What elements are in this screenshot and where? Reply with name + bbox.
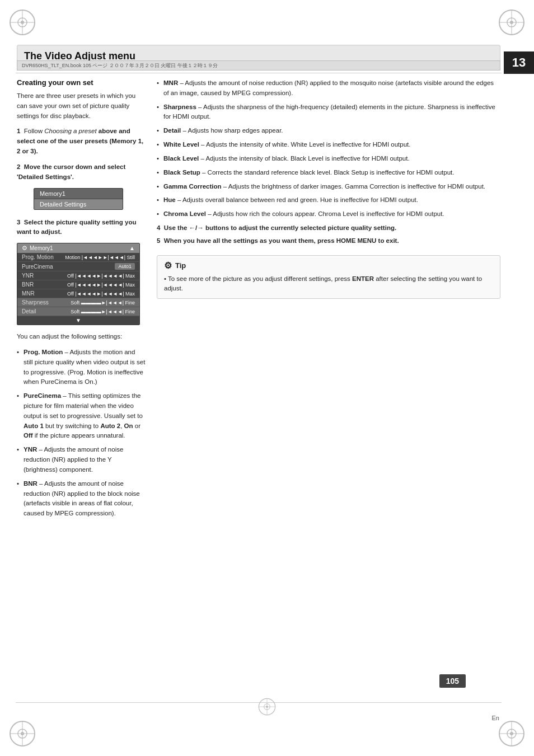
menu-row-memory1: Memory1: [34, 189, 123, 199]
bullet-black-setup: Black Setup – Corrects the standard refe…: [157, 168, 500, 178]
settings-box: ⚙ Memory1 ▲ Prog. Motion Motion |◄◄◄►►|◄…: [17, 243, 140, 325]
can-adjust-intro: You can adjust the following settings:: [17, 332, 146, 342]
bullet-gamma: Gamma Correction – Adjusts the brightnes…: [157, 182, 500, 192]
svg-point-9: [510, 21, 513, 24]
bullet-mnr: MNR – Adjusts the amount of noise reduct…: [157, 78, 500, 98]
step-3-text: Select the picture quality setting you w…: [17, 219, 136, 236]
svg-point-19: [510, 732, 513, 735]
settings-title: Memory1: [30, 245, 53, 251]
page-number-badge: 105: [439, 674, 466, 688]
file-info-text: DVR650HS_TLT_EN.book 105 ページ ２００７年３月２０日 …: [22, 62, 218, 69]
file-info-bar: DVR650HS_TLT_EN.book 105 ページ ２００７年３月２０日 …: [17, 60, 500, 71]
settings-row-bottom-indicator: ▼: [17, 316, 139, 325]
settings-row-detail: Detail Soft ▬▬▬▬►|◄◄◄| Fine: [17, 307, 139, 316]
menu-row-detailed-settings: Detailed Settings: [34, 199, 123, 209]
settings-row-prog-motion: Prog. Motion Motion |◄◄◄►►|◄◄◄| Still: [17, 253, 139, 262]
bullet-chroma: Chroma Level – Adjusts how rich the colo…: [157, 209, 500, 219]
settings-row-purecinema: PureCinema Auto1: [17, 262, 139, 271]
center-bottom-decoration: [256, 696, 278, 720]
menu-box: Memory1 Detailed Settings: [34, 188, 123, 210]
step-4: 4 Use the ←/→ buttons to adjust the curr…: [157, 223, 500, 233]
settings-row-sharpness: Sharpness Soft ▬▬▬▬►|◄◄◄| Fine: [17, 298, 139, 307]
step-2-num: 2: [17, 163, 24, 170]
step-1-num: 1: [17, 128, 24, 134]
bullet-black-level: Black Level – Adjusts the intensity of b…: [157, 154, 500, 164]
tip-box: ⚙ Tip • To see more of the picture as yo…: [157, 255, 500, 299]
tip-icon: ⚙: [164, 260, 172, 271]
page-lang: En: [492, 715, 499, 721]
intro-text: There are three user presets in which yo…: [17, 91, 146, 121]
bullet-sharpness: Sharpness – Adjusts the sharpness of the…: [157, 102, 500, 123]
tip-title: ⚙ Tip: [164, 260, 493, 271]
chapter-badge: 13: [504, 51, 534, 74]
settings-row-ynr: YNR Off |◄◄◄◄►|◄◄◄◄| Max: [17, 271, 139, 280]
step-2-text: Move the cursor down and select 'Detaile…: [17, 163, 125, 180]
corner-decoration-tr: [495, 6, 528, 39]
corner-decoration-bl: [6, 717, 39, 750]
step-3-num: 3: [17, 219, 24, 226]
step-3: 3 Select the picture quality setting you…: [17, 218, 146, 238]
section-heading: Creating your own set: [17, 78, 146, 87]
bullet-ynr: YNR – Adjusts the amount of noise reduct…: [17, 445, 146, 475]
svg-point-14: [21, 732, 24, 735]
bullet-hue: Hue – Adjusts overall balance between re…: [157, 195, 500, 205]
settings-icon: ⚙: [22, 245, 27, 252]
step-5: 5 When you have all the settings as you …: [157, 236, 500, 246]
left-bullet-list: Prog. Motion – Adjusts the motion and st…: [17, 348, 146, 519]
tip-text: • To see more of the picture as you adju…: [164, 274, 493, 294]
svg-point-4: [21, 21, 24, 24]
bullet-purecinema: PureCinema – This setting optimizes the …: [17, 391, 146, 441]
main-content: Creating your own set There are three us…: [17, 73, 500, 700]
bullet-detail: Detail – Adjusts how sharp edges appear.: [157, 126, 500, 136]
step-1-text: Follow Choosing a preset above and selec…: [17, 128, 143, 154]
settings-tri-up: ▲: [129, 245, 135, 251]
svg-point-24: [266, 706, 268, 708]
bullet-white-level: White Level – Adjusts the intensity of w…: [157, 140, 500, 150]
corner-decoration-tl: [6, 6, 39, 39]
step-2: 2 Move the cursor down and select 'Detai…: [17, 162, 146, 182]
settings-row-mnr: MNR Off |◄◄◄◄►|◄◄◄◄| Max: [17, 289, 139, 298]
corner-decoration-br: [495, 717, 528, 750]
page-number-area: 105 En: [492, 713, 499, 721]
left-column: Creating your own set There are three us…: [17, 73, 146, 700]
settings-title-row: ⚙ Memory1 ▲: [17, 243, 139, 253]
bullet-bnr: BNR – Adjusts the amount of noise reduct…: [17, 479, 146, 519]
bullet-prog-motion: Prog. Motion – Adjusts the motion and st…: [17, 348, 146, 387]
right-column: MNR – Adjusts the amount of noise reduct…: [157, 73, 500, 700]
settings-row-bnr: BNR Off |◄◄◄◄►|◄◄◄◄| Max: [17, 280, 139, 289]
right-bullet-list: MNR – Adjusts the amount of noise reduct…: [157, 78, 500, 219]
step-1: 1 Follow Choosing a preset above and sel…: [17, 126, 146, 156]
